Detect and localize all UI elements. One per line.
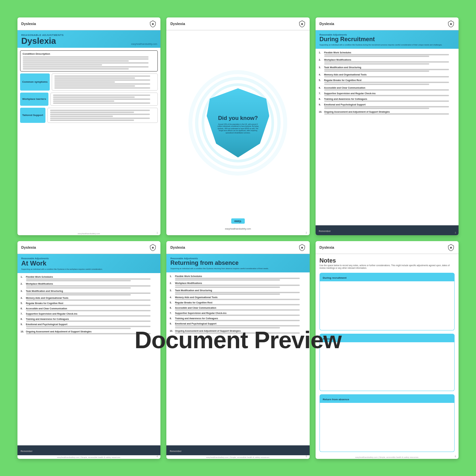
note-box-return: Return from absence — [320, 394, 455, 452]
notes-header: Notes Use the space below to record any … — [320, 257, 455, 270]
list-item: 2.Workplace Modifications — [21, 283, 157, 289]
page-6-number: 6 — [455, 455, 456, 458]
list-item: 6.Accessible and Clear Communication — [21, 307, 157, 311]
common-symptoms-row: Common symptoms — [20, 73, 158, 91]
page-6-header: Dyslexia — [316, 241, 459, 254]
list-item: 9.Emotional and Psychological Support — [319, 103, 456, 109]
text-line — [54, 81, 115, 83]
list-item: 5.Regular Breaks for Cognitive Rest — [170, 301, 306, 305]
page-6-header-title: Dyslexia — [320, 245, 334, 249]
page-5-hero-title: Returning from absence — [170, 260, 306, 266]
page-4-hero-label: Reasonable Adjustments — [21, 257, 157, 260]
text-line — [23, 58, 149, 60]
page-1-content: Condition Description Common symptoms — [17, 48, 161, 232]
page-5-hero: Reasonable Adjustments Returning from ab… — [166, 254, 310, 272]
shield-text: Did you know? Around 10% of the populati… — [210, 105, 266, 140]
page-4-hero-desc: Supporting an individual with a conditio… — [21, 268, 157, 270]
note-box-return-header: Return from absence — [320, 394, 455, 403]
text-line — [50, 116, 113, 117]
text-line — [53, 97, 135, 98]
text-line — [23, 66, 149, 68]
note-box-return-body — [320, 403, 455, 452]
list-item: 1.Flexible Work Schedules — [21, 276, 157, 282]
text-line — [54, 85, 135, 87]
list-item: 1.Flexible Work Schedules — [170, 275, 306, 281]
page-3-remember: Remember — [316, 225, 459, 235]
page-5-hero-desc: Supporting an individual with a conditio… — [170, 267, 306, 270]
svg-point-1 — [301, 23, 303, 25]
tailored-support-content — [47, 108, 158, 123]
page-4-remember: Remember — [17, 445, 161, 455]
note-box-recruitment: During recruitment — [320, 273, 455, 330]
note-box-work-label: At work — [323, 337, 332, 340]
text-line — [50, 120, 134, 121]
page-5-header: Dyslexia — [166, 241, 310, 254]
page-1-hero: Reasonable Adjustments Dyslexia easyheal… — [17, 30, 161, 48]
tailored-support-label: Tailored Support — [20, 108, 45, 123]
notes-content: Notes Use the space below to record any … — [316, 254, 459, 455]
shield-icon — [149, 20, 156, 27]
text-line — [50, 110, 150, 111]
note-box-recruitment-header: During recruitment — [320, 273, 455, 281]
svg-point-0 — [152, 23, 154, 25]
text-line — [54, 79, 150, 81]
page-5-number: 5 — [306, 455, 307, 458]
page-3-hero-desc: Supporting an individual with a conditio… — [320, 44, 455, 46]
list-item: 3.Task Modification and Structuring — [170, 289, 306, 295]
page-3-hero: Reasonable Adjustments During Recruitmen… — [316, 30, 459, 49]
page-1-footer: easyhealthandsafety.com — [17, 232, 161, 235]
text-line — [23, 68, 129, 70]
remember-label: Remember — [170, 450, 182, 452]
page-3-hero-label: Reasonable Adjustments — [320, 34, 455, 36]
text-line — [53, 98, 150, 100]
did-you-know-body: Around 10% of the population in the UK, … — [216, 123, 259, 134]
list-item: 4.Memory Aids and Organisational Tools — [319, 73, 456, 77]
page-4-number: 4 — [156, 455, 158, 458]
text-line — [50, 112, 134, 113]
condition-text — [23, 56, 155, 70]
page-5-footer: easyhealthandsafety.com | Simple, access… — [166, 455, 310, 459]
page-1-header: Dyslexia — [17, 17, 161, 30]
shield-container: Did you know? Around 10% of the populati… — [195, 77, 281, 169]
pages-grid: Dyslexia Reasonable Adjustments Dyslexia… — [17, 17, 459, 459]
shield-icon — [149, 244, 156, 251]
page-5-header-title: Dyslexia — [170, 245, 185, 249]
list-item: 10.Ongoing Assessment and Adjustment of … — [21, 330, 157, 334]
text-line — [50, 114, 150, 115]
page-5: Dyslexia Reasonable Adjustments Returnin… — [166, 241, 310, 459]
page-3-header-title: Dyslexia — [320, 22, 334, 26]
svg-point-2 — [450, 23, 452, 25]
text-line — [23, 60, 129, 62]
page-4: Dyslexia Reasonable Adjustments At Work … — [17, 241, 161, 459]
list-item: 2.Workplace Modifications — [170, 282, 306, 288]
list-item: 9.Emotional and Psychological Support — [21, 323, 157, 329]
page-2-website: easyhealthandsafety.com — [222, 225, 254, 233]
page-2-content: Did you know? Around 10% of the populati… — [166, 30, 310, 216]
text-line — [54, 75, 150, 77]
text-line — [54, 83, 150, 85]
note-box-work: At work — [320, 334, 455, 391]
list-item: 5.Regular Breaks for Cognitive Rest — [21, 302, 157, 306]
text-line — [23, 64, 102, 66]
list-item: 8.Training and Awareness for Colleagues — [170, 317, 306, 321]
page-3: Dyslexia Reasonable Adjustments During R… — [316, 17, 459, 235]
text-line — [23, 62, 149, 64]
common-symptoms-content — [52, 73, 158, 91]
remember-label: Remember — [319, 230, 331, 232]
list-item: 8.Training and Awareness for Colleagues — [21, 318, 157, 322]
page-4-list: 1.Flexible Work Schedules 2.Workplace Mo… — [17, 273, 161, 445]
text-line — [53, 100, 114, 102]
list-item: 6.Accessible and Clear Communication — [319, 87, 456, 91]
note-box-recruitment-body — [320, 281, 455, 330]
tailored-support-row: Tailored Support — [20, 108, 158, 123]
page-4-hero: Reasonable Adjustments At Work Supportin… — [17, 254, 161, 273]
did-you-know-heading: Did you know? — [216, 115, 259, 122]
text-line — [53, 95, 150, 96]
shield-icon — [447, 244, 455, 251]
page-5-hero-label: Reasonable Adjustments — [170, 257, 306, 260]
workplace-barriers-label: Workplace barriers — [20, 93, 48, 106]
common-symptoms-label: Common symptoms — [20, 73, 50, 91]
workplace-barriers-row: Workplace barriers — [20, 93, 158, 106]
text-line — [50, 118, 150, 119]
page-4-footer: easyhealthandsafety.com | Simple, access… — [17, 455, 161, 459]
